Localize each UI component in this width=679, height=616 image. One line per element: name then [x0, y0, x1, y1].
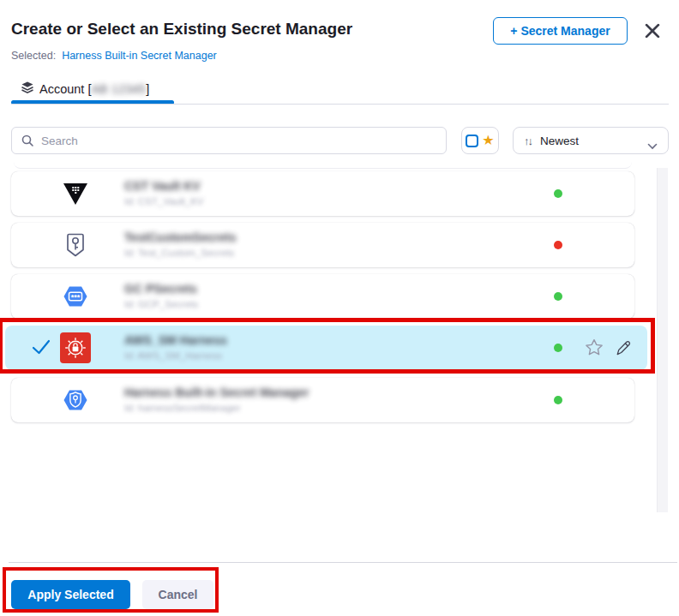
gcp-secret-manager-icon: *** — [60, 281, 91, 312]
tab-account-label: Account [AB 12345] — [39, 82, 149, 96]
selected-secret-manager-link[interactable]: Harness Built-in Secret Manager — [62, 50, 217, 62]
status-dot-green — [554, 189, 562, 198]
harness-secret-manager-icon — [60, 385, 91, 416]
status-dot-green — [554, 292, 562, 301]
aws-secrets-manager-icon — [60, 332, 91, 363]
selected-summary: Selected:Harness Built-in Secret Manager — [11, 50, 217, 62]
secret-manager-id: Id: AWS_SM_Harness — [124, 350, 227, 361]
row-text: Harness Built-in Secret Manager Id: harn… — [124, 386, 309, 413]
star-icon: ★ — [482, 134, 494, 147]
secret-manager-id: Id: CST_Vault_KV — [124, 196, 203, 206]
list-item-vault[interactable]: CST Vault KV Id: CST_Vault_KV — [11, 171, 634, 216]
tab-account[interactable]: Account [AB 12345] — [21, 81, 149, 97]
list-scrollbar[interactable] — [657, 168, 668, 512]
chevron-down-icon — [647, 138, 658, 145]
secret-manager-name: CST Vault KV — [124, 179, 203, 193]
row-text: GC PSecrets Id: GCP_Secrets — [124, 282, 198, 309]
favorites-checkbox[interactable] — [466, 135, 478, 147]
secret-manager-id: Id: GCP_Secrets — [124, 299, 198, 309]
secret-manager-name: GC PSecrets — [124, 282, 198, 296]
selected-label: Selected: — [11, 50, 56, 62]
close-icon[interactable] — [644, 22, 661, 39]
tab-bottom-border — [11, 104, 669, 105]
layers-icon — [21, 81, 34, 97]
apply-selected-button[interactable]: Apply Selected — [11, 580, 130, 609]
search-box — [11, 127, 447, 154]
list-item-custom[interactable]: TestCustomSecrets Id: Test_Custom_Secret… — [11, 223, 634, 267]
hashicorp-vault-icon — [60, 178, 91, 209]
status-dot-green — [554, 344, 562, 352]
status-dot-green — [554, 396, 562, 404]
footer-divider — [9, 562, 677, 563]
secret-manager-name: TestCustomSecrets — [124, 230, 236, 244]
list-item-aws-selected[interactable]: AWS_SM Harness Id: AWS_SM_Harness — [5, 326, 647, 370]
list-item-harness[interactable]: Harness Built-in Secret Manager Id: harn… — [11, 378, 634, 422]
masked-account-id: AB 12345 — [91, 82, 146, 96]
status-dot-red — [554, 241, 562, 249]
scrolled-card-edge — [14, 161, 632, 169]
cancel-button[interactable]: Cancel — [142, 580, 213, 609]
star-outline-icon[interactable] — [583, 337, 605, 359]
list-item-gcp[interactable]: *** GC PSecrets Id: GCP_Secrets — [11, 274, 634, 319]
sort-dropdown[interactable]: ↑↓ Newest — [513, 127, 669, 154]
pencil-icon[interactable] — [614, 338, 633, 357]
secret-manager-modal: Create or Select an Existing Secret Mana… — [0, 0, 679, 616]
custom-secret-manager-icon — [60, 230, 91, 260]
sort-selected-value: Newest — [540, 135, 579, 147]
page-title: Create or Select an Existing Secret Mana… — [11, 20, 352, 39]
row-text: AWS_SM Harness Id: AWS_SM_Harness — [124, 333, 227, 361]
secret-manager-name: Harness Built-in Secret Manager — [124, 386, 309, 399]
search-input[interactable] — [11, 127, 447, 154]
secret-manager-id: Id: Test_Custom_Secrets — [124, 248, 236, 258]
svg-text:***: *** — [71, 293, 81, 302]
secret-manager-id: Id: harnessSecretManager — [124, 403, 309, 413]
sort-arrows-icon: ↑↓ — [524, 135, 532, 147]
check-icon — [31, 338, 51, 356]
favorites-filter[interactable]: ★ — [461, 127, 499, 154]
row-text: TestCustomSecrets Id: Test_Custom_Secret… — [124, 230, 236, 258]
row-text: CST Vault KV Id: CST_Vault_KV — [124, 179, 203, 206]
secret-manager-name: AWS_SM Harness — [124, 333, 227, 347]
add-secret-manager-button[interactable]: + Secret Manager — [493, 17, 628, 45]
